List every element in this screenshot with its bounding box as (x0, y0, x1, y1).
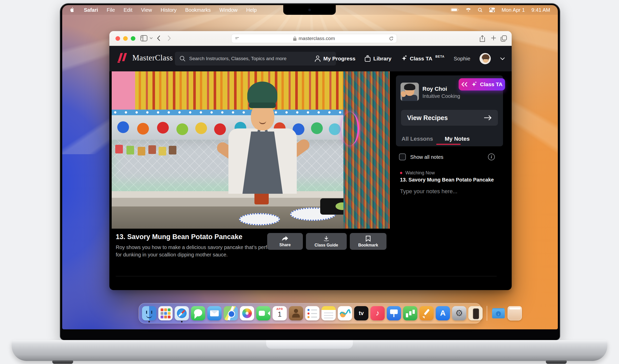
menu-item-help[interactable]: Help (246, 7, 257, 13)
window-close-button[interactable] (115, 36, 120, 41)
arrow-right-icon (484, 115, 492, 121)
menu-item-safari[interactable]: Safari (84, 7, 98, 13)
menu-item-view[interactable]: View (141, 7, 152, 13)
dock-app-photos[interactable] (240, 306, 254, 320)
forward-button[interactable] (167, 35, 171, 41)
dock-app-notes[interactable] (321, 306, 336, 320)
chef-beanie (247, 82, 277, 108)
dock-app-app-store[interactable]: A (436, 306, 450, 320)
dock-app-launchpad[interactable] (158, 306, 173, 320)
tab-overview-icon[interactable] (500, 35, 507, 42)
menu-bar-clock[interactable]: 9:41 AM (532, 7, 550, 13)
avatar-hair (482, 54, 489, 59)
share-icon[interactable] (480, 35, 485, 42)
info-icon[interactable]: i (488, 153, 495, 160)
nav-library[interactable]: Library (365, 55, 391, 62)
dock-app-music[interactable]: ♪ (370, 306, 385, 320)
dock-app-maps[interactable] (224, 306, 238, 320)
menu-item-edit[interactable]: Edit (124, 7, 132, 13)
show-all-notes-label: Show all notes (410, 154, 443, 160)
address-bar[interactable]: masterclass.com (231, 34, 397, 43)
menu-item-history[interactable]: History (161, 7, 176, 13)
nav-library-label: Library (373, 56, 391, 62)
dock: APR 1 tv ♪ A ⚙ ↓ (139, 303, 481, 323)
dock-app-finder[interactable] (142, 306, 156, 320)
window-zoom-button[interactable] (131, 36, 135, 41)
dock-app-safari[interactable] (175, 306, 189, 320)
dock-downloads-folder[interactable]: ↓ (491, 306, 506, 320)
dock-app-iphone-mirroring[interactable] (468, 306, 483, 320)
menu-item-bookmarks[interactable]: Bookmarks (185, 7, 211, 13)
new-tab-icon[interactable] (491, 35, 496, 41)
video-art-shelf-items (115, 145, 123, 153)
dock-app-contacts[interactable] (289, 306, 303, 320)
menu-item-window[interactable]: Window (220, 7, 238, 13)
search-input[interactable] (189, 56, 331, 61)
dock-app-keynote[interactable] (387, 306, 401, 320)
lesson-description: Roy shows you how to make a delicious sa… (116, 244, 274, 258)
wifi-icon[interactable] (466, 8, 471, 12)
share-button-label: Share (279, 243, 291, 247)
menu-item-file[interactable]: File (107, 7, 115, 13)
dock-app-facetime[interactable] (256, 306, 270, 320)
masterclass-logo[interactable]: MasterClass (117, 53, 173, 63)
nav-class-ta[interactable]: Class TABETA (401, 55, 445, 62)
view-recipes-button[interactable]: View Recipes (401, 110, 498, 126)
reader-icon[interactable] (235, 36, 240, 41)
video-art-bead-curtain (343, 71, 390, 229)
dock-app-system-settings[interactable]: ⚙ (452, 306, 466, 320)
desktop-scene: Safari File Edit View History Bookmarks … (0, 0, 619, 364)
macbook-foot (52, 360, 73, 364)
apple-menu-icon[interactable] (70, 7, 75, 13)
watching-now-dot (400, 172, 402, 174)
dock-app-freeform[interactable] (338, 306, 352, 320)
finder-running-indicator (148, 321, 150, 322)
dock-app-tv[interactable]: tv (354, 306, 368, 320)
window-minimize-button[interactable] (123, 36, 128, 41)
watching-now-label: Watching Now (405, 170, 435, 176)
dock-app-calendar[interactable]: APR 1 (273, 306, 287, 320)
tab-my-notes[interactable]: My Notes (445, 136, 470, 142)
account-chevron-icon[interactable] (500, 57, 505, 60)
menu-bar-date[interactable]: Mon Apr 1 (501, 7, 525, 13)
dock-app-mail[interactable] (207, 306, 222, 320)
notes-input[interactable]: Type your notes here... (400, 188, 457, 195)
video-art-curtain-pattern (343, 71, 390, 229)
address-bar-url: masterclass.com (299, 36, 335, 41)
library-icon (365, 55, 371, 62)
battery-icon[interactable] (451, 8, 459, 12)
dock-app-reminders[interactable] (305, 306, 319, 320)
account-name[interactable]: Sophie (454, 56, 470, 62)
control-center-icon[interactable] (489, 8, 495, 12)
show-all-notes-checkbox[interactable] (399, 153, 406, 160)
spotlight-search-icon[interactable] (478, 8, 483, 12)
back-button[interactable] (157, 35, 160, 41)
sidebar-chevron-icon[interactable] (150, 37, 153, 39)
class-guide-button-label: Class Guide (315, 243, 338, 248)
share-button[interactable]: Share (267, 233, 303, 250)
class-ta-button-label: Class TA (480, 81, 502, 87)
tab-all-lessons[interactable]: All Lessons (402, 136, 433, 142)
panel-tabs: All Lessons My Notes (402, 136, 470, 142)
show-all-notes-row: Show all notes i (399, 153, 499, 161)
site-search[interactable] (175, 52, 336, 66)
dock-trash[interactable] (508, 306, 522, 320)
nav-class-ta-label: Class TA (410, 56, 432, 62)
calendar-day-label: 1 (273, 310, 287, 318)
nav-my-progress[interactable]: My Progress (315, 55, 355, 62)
class-ta-collapse-button[interactable]: Class TA (459, 78, 505, 90)
display-notch (283, 5, 336, 15)
instructor-avatar-hair (404, 84, 415, 90)
reload-icon[interactable] (389, 36, 394, 41)
safari-toolbar: masterclass.com (109, 31, 512, 46)
chef-smile (259, 121, 266, 124)
dock-app-numbers[interactable] (403, 306, 417, 320)
video-player[interactable] (112, 71, 390, 229)
dock-app-pages[interactable] (419, 306, 434, 320)
sidebar-toggle-icon[interactable] (140, 35, 147, 41)
account-avatar[interactable] (480, 53, 491, 64)
masterclass-header: MasterClass My Progress (109, 46, 512, 71)
class-guide-button[interactable]: Class Guide (306, 233, 347, 250)
bookmark-button[interactable]: Bookmark (350, 233, 386, 250)
dock-app-messages[interactable] (191, 306, 205, 320)
